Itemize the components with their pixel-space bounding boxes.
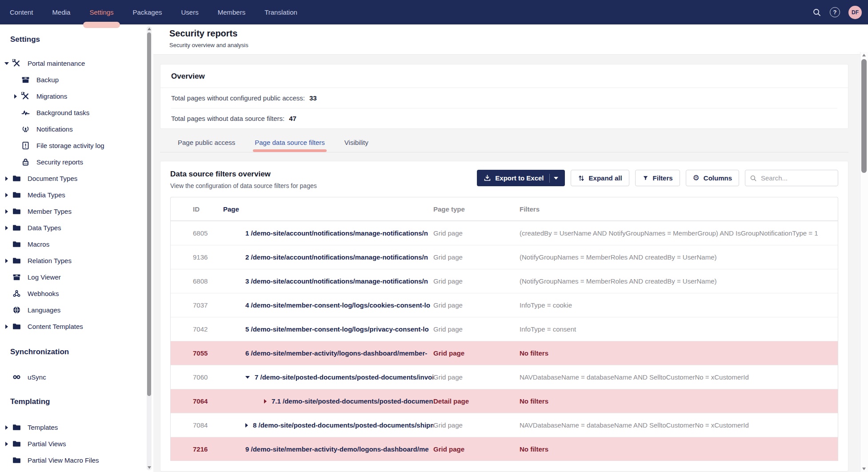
chevron-right-icon[interactable]	[13, 94, 18, 99]
page-scrollbar-thumb[interactable]	[861, 59, 867, 173]
sidebar-item-label: Background tasks	[36, 109, 89, 116]
collapse-row-icon[interactable]	[245, 376, 250, 379]
page-scrollbar[interactable]	[860, 52, 868, 472]
cell-filters: (createdBy = UserName AND NotifyGroupNam…	[520, 229, 838, 237]
sidebar-scrollbar[interactable]	[147, 26, 152, 470]
scroll-down-icon[interactable]	[862, 468, 866, 470]
page-link[interactable]: 7.1 /demo-site/posted-documents/posted-d…	[272, 397, 433, 405]
folder-icon	[12, 322, 21, 331]
expand-all-button[interactable]: Expand all	[571, 170, 629, 186]
button-divider	[549, 174, 550, 183]
chevron-right-icon[interactable]	[4, 324, 9, 329]
sidebar-item-label: Security reports	[36, 158, 83, 166]
page-link[interactable]: 6 /demo-site/member-activity/logons-dash…	[245, 349, 427, 357]
columns-label: Columns	[704, 174, 732, 182]
cell-filters: NAVDatabaseName = databaseName AND Sellt…	[520, 373, 838, 381]
chevron-right-icon[interactable]	[4, 259, 9, 263]
sidebar-item-partial-view-macro-files[interactable]: Partial View Macro Files	[0, 452, 153, 468]
dropdown-caret-icon[interactable]	[554, 177, 558, 180]
column-header-page-type: Page type	[433, 205, 520, 213]
page-link[interactable]: 8 /demo-site/posted-documents/posted-doc…	[253, 421, 433, 429]
tab-page-public-access[interactable]: Page public access	[178, 135, 235, 152]
export-to-excel-button[interactable]: Export to Excel	[477, 170, 564, 186]
cell-id: 7064	[171, 397, 223, 405]
sidebar-item-data-types[interactable]: Data Types	[0, 220, 153, 236]
nav-item-translation[interactable]: Translation	[264, 0, 297, 24]
sidebar-item-member-types[interactable]: Member Types	[0, 203, 153, 220]
help-icon[interactable]	[830, 7, 840, 17]
sidebar-item-document-types[interactable]: Document Types	[0, 170, 153, 187]
sidebar-item-templates[interactable]: Templates	[0, 419, 153, 436]
chevron-right-icon[interactable]	[4, 209, 9, 214]
table-row-alert: 7064 7.1 /demo-site/posted-documents/pos…	[171, 389, 838, 413]
cell-page-type: Grid page	[433, 301, 520, 309]
search-icon[interactable]	[812, 8, 821, 17]
cell-id: 9136	[171, 253, 223, 261]
expand-row-icon[interactable]	[245, 423, 248, 428]
sidebar-item-media-types[interactable]: Media Types	[0, 187, 153, 203]
page-link[interactable]: 1 /demo-site/account/notifications/manag…	[245, 229, 428, 237]
columns-button[interactable]: Columns	[686, 170, 739, 186]
sidebar-scrollbar-thumb[interactable]	[147, 32, 151, 396]
page-link[interactable]: 5 /demo-site/member-consent-log/logs/pri…	[245, 325, 429, 333]
sidebar-item-usync[interactable]: uSync	[0, 369, 153, 385]
tab-page-data-source-filters[interactable]: Page data source filters	[255, 135, 325, 152]
sidebar-item-notifications[interactable]: Notifications	[0, 121, 153, 137]
cell-id: 7084	[171, 421, 223, 429]
sidebar-item-security-reports[interactable]: Security reports	[0, 154, 153, 170]
nav-item-media[interactable]: Media	[52, 0, 71, 24]
chevron-right-icon[interactable]	[4, 425, 9, 430]
scroll-up-icon[interactable]	[862, 54, 866, 56]
nav-item-content[interactable]: Content	[10, 0, 33, 24]
sidebar-item-backup[interactable]: Backup	[0, 72, 153, 88]
sidebar-item-content-templates[interactable]: Content Templates	[0, 318, 153, 335]
chevron-right-icon[interactable]	[4, 442, 9, 446]
page-link[interactable]: 9 /demo-site/member-activity-demo/logons…	[245, 445, 429, 453]
nav-item-members[interactable]: Members	[218, 0, 246, 24]
chevron-right-icon[interactable]	[4, 193, 9, 197]
sidebar-section-templating: Templating	[10, 397, 153, 406]
nav-item-settings[interactable]: Settings	[89, 0, 113, 24]
scroll-down-icon[interactable]	[148, 466, 151, 469]
main-content: Security reports Security overview and a…	[153, 24, 868, 472]
sidebar-item-webhooks[interactable]: Webhooks	[0, 285, 153, 302]
table-row: 7037 4 /demo-site/member-consent-log/log…	[171, 293, 838, 317]
sidebar-item-file-storage-activity-log[interactable]: File storage activity log	[0, 137, 153, 154]
cell-filters: No filters	[520, 397, 838, 405]
wrench-icon	[21, 92, 30, 100]
sidebar-item-label: Notifications	[36, 125, 73, 133]
sidebar-item-background-tasks[interactable]: Background tasks	[0, 104, 153, 121]
page-link[interactable]: 2 /demo-site/account/notifications/manag…	[245, 253, 428, 261]
sidebar-item-migrations[interactable]: Migrations	[0, 88, 153, 104]
scroll-up-icon[interactable]	[148, 28, 151, 30]
page-link[interactable]: 3 /demo-site/account/notifications/manag…	[245, 277, 428, 285]
stat-data-source-filters: Total pages without data source filters:…	[171, 108, 837, 128]
sidebar-item-label: Partial Views	[28, 440, 66, 448]
sidebar-item-macros[interactable]: Macros	[0, 236, 153, 252]
sidebar-item-relation-types[interactable]: Relation Types	[0, 252, 153, 269]
chevron-right-icon[interactable]	[4, 226, 9, 230]
tab-visibility[interactable]: Visibility	[344, 135, 368, 152]
nav-item-users[interactable]: Users	[181, 0, 198, 24]
page-link[interactable]: 4 /demo-site/member-consent-log/logs/coo…	[245, 301, 430, 309]
sidebar-item-label: Media Types	[28, 191, 65, 199]
sidebar-item-languages[interactable]: Languages	[0, 302, 153, 318]
sidebar-item-partial-views[interactable]: Partial Views	[0, 436, 153, 452]
folder-icon	[12, 174, 21, 183]
chevron-down-icon[interactable]	[4, 62, 9, 65]
nav-item-packages[interactable]: Packages	[133, 0, 162, 24]
file-alert-icon	[21, 141, 30, 150]
cell-filters: No filters	[520, 445, 838, 453]
cell-filters: (NotifyGroupNames = MemberRoles AND crea…	[520, 253, 838, 261]
page-link[interactable]: 7 /demo-site/posted-documents/posted-doc…	[255, 373, 433, 381]
search-input[interactable]	[760, 174, 833, 182]
filters-button[interactable]: Filters	[635, 170, 680, 186]
sidebar-item-log-viewer[interactable]: Log Viewer	[0, 269, 153, 285]
sidebar-item-portal-maintenance[interactable]: Portal maintenance	[0, 55, 153, 72]
expand-row-icon[interactable]	[264, 399, 267, 404]
export-to-excel-label: Export to Excel	[495, 174, 544, 182]
data-source-filters-table: ID Page Page type Filters 6805 1 /demo-s…	[170, 197, 838, 461]
chevron-right-icon[interactable]	[4, 176, 9, 181]
cell-id: 6808	[171, 277, 223, 285]
avatar[interactable]: DF	[848, 6, 862, 19]
